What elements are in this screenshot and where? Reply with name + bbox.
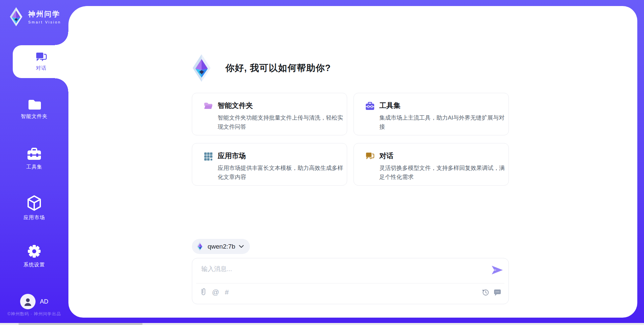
scrollbar-thumb[interactable] [18,323,143,325]
card-chat[interactable]: 对话 灵活切换多模型文件，支持多样回复效果调试，满足个性化需求 [354,143,509,186]
send-icon [492,265,503,275]
brand-tagline: Smart Vision [28,20,61,24]
app-root: 神州问学 Smart Vision 对话 智能文件夹 工具集 [0,0,644,325]
sidebar-item-chat[interactable]: 对话 [13,45,70,78]
chat-bubbles-icon [365,152,375,160]
card-title: 应用市场 [218,151,343,160]
message-input[interactable] [201,264,456,274]
composer-tools-left: @ # [201,288,229,296]
card-description: 智能文件夹功能支持批量文件上传与清洗，轻松实现文件问答 [218,113,343,131]
card-toolset[interactable]: 工具集 集成市场上主流工具，助力AI与外界无缝扩展与对接 [354,93,509,135]
card-smart-folder[interactable]: 智能文件夹 智能文件夹功能支持批量文件上传与清洗，轻松实现文件问答 [192,93,347,135]
tab-curve-bottom [55,78,68,91]
folder-icon [28,99,41,110]
tab-curve-top [55,32,68,45]
user-initials: AD [40,298,48,305]
sidebar-item-label: 工具集 [26,164,42,170]
model-name: qwen2:7b [208,243,235,250]
paperclip-icon [201,288,206,296]
mention-button[interactable]: @ [212,288,219,296]
greeting-logo-icon [191,54,212,82]
sidebar-item-app-market[interactable]: 应用市场 [0,195,68,221]
chat-mode-button[interactable] [494,288,501,296]
greeting: 你好, 我可以如何帮助你? [191,54,331,82]
feature-cards: 智能文件夹 智能文件夹功能支持批量文件上传与清洗，轻松实现文件问答 工具集 集成… [192,93,509,186]
send-button[interactable] [492,265,503,276]
card-title: 对话 [379,151,505,160]
sidebar-item-label: 智能文件夹 [21,113,48,120]
folder-open-icon [204,102,213,110]
copyright-footer: ©神州数码 · 神州问学出品 [0,311,68,317]
chat-bubbles-icon [35,52,47,63]
avatar [20,294,36,309]
model-selector[interactable]: qwen2:7b [192,239,250,254]
sidebar-item-label: 应用市场 [23,214,45,221]
horizontal-scrollbar [0,323,644,325]
card-description: 应用市场提供丰富长文本模板，助力高效生成多样化文章内容 [218,164,343,182]
sidebar-item-smart-folder[interactable]: 智能文件夹 [0,99,68,120]
card-description: 集成市场上主流工具，助力AI与外界无缝扩展与对接 [379,113,505,131]
brand-diamond-logo-icon [9,7,23,27]
composer-divider [196,283,504,283]
cube-grid-icon [204,152,213,161]
attach-file-button[interactable] [201,288,206,296]
briefcase-icon [27,147,42,160]
card-title: 智能文件夹 [218,101,343,110]
composer-tools-right [482,288,501,296]
briefcase-icon [365,102,375,110]
comment-icon [494,288,501,296]
sidebar-item-toolset[interactable]: 工具集 [0,147,68,170]
chevron-down-icon [239,245,244,248]
brand: 神州问学 Smart Vision [9,7,61,27]
brand-name: 神州问学 [28,9,61,19]
card-description: 灵活切换多模型文件，支持多样回复效果调试，满足个性化需求 [379,164,505,182]
hash-button[interactable]: # [225,288,229,296]
model-diamond-icon [196,241,204,252]
sidebar-item-label: 对话 [36,65,47,71]
greeting-title: 你好, 我可以如何帮助你? [225,62,331,74]
sidebar-item-settings[interactable]: 系统设置 [0,245,68,268]
card-app-market[interactable]: 应用市场 应用市场提供丰富长文本模板，助力高效生成多样化文章内容 [192,143,347,186]
history-icon [482,289,489,296]
history-button[interactable] [482,289,489,296]
person-icon [24,297,32,306]
cube-icon [27,195,41,211]
gear-icon [28,245,41,258]
card-title: 工具集 [379,101,505,110]
sidebar-item-label: 系统设置 [23,262,45,268]
message-composer: @ # [192,258,509,304]
user-menu[interactable]: AD [0,292,68,311]
